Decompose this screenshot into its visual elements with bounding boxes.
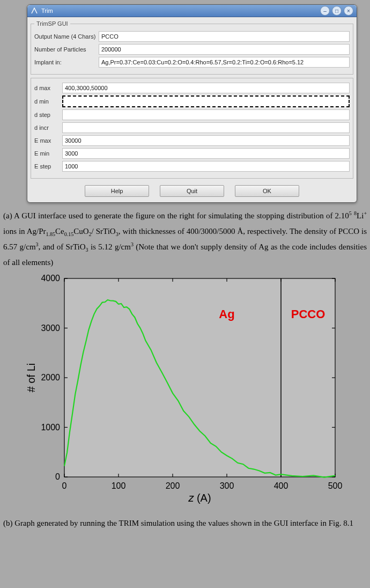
label-e-min: E min <box>34 150 62 157</box>
svg-text:3000: 3000 <box>41 324 60 333</box>
label-num-particles: Number of Particles <box>34 46 99 53</box>
e-min-input[interactable] <box>62 148 350 159</box>
svg-text:z (A): z (A) <box>188 492 211 504</box>
fieldset-params: d max d min d step d incr E max E min E … <box>31 78 353 179</box>
svg-text:200: 200 <box>166 481 180 490</box>
caption-a: (a) A GUI interface used to generate the… <box>0 205 370 273</box>
titlebar[interactable]: Trim – □ × <box>27 5 357 17</box>
chart: 010020030040050001000200030004000z (A)# … <box>24 273 346 509</box>
minimize-button[interactable]: – <box>320 6 330 16</box>
caption-b-text: (b) Graph generated by running the TRIM … <box>3 519 353 527</box>
svg-text:0: 0 <box>62 481 67 490</box>
d-min-input[interactable] <box>62 95 350 107</box>
help-button[interactable]: Help <box>85 185 149 197</box>
window-title: Trim <box>41 8 318 14</box>
e-max-input[interactable] <box>62 135 350 146</box>
svg-text:400: 400 <box>274 481 288 490</box>
svg-text:1000: 1000 <box>41 423 60 432</box>
app-icon <box>31 7 38 14</box>
button-bar: Help Quit OK <box>27 182 357 202</box>
d-incr-input[interactable] <box>62 122 350 133</box>
svg-text:# of Li: # of Li <box>25 363 37 392</box>
fieldset-trimsp: TrimSP GUI Output Name (4 Chars) Number … <box>31 20 353 75</box>
caption-b: (b) Graph generated by running the TRIM … <box>0 512 370 534</box>
label-e-step: E step <box>34 163 62 170</box>
svg-text:500: 500 <box>328 481 343 490</box>
label-output-name: Output Name (4 Chars) <box>34 33 99 40</box>
ok-button[interactable]: OK <box>235 185 299 197</box>
maximize-button[interactable]: □ <box>332 6 342 16</box>
svg-text:100: 100 <box>112 481 126 490</box>
svg-text:Ag: Ag <box>219 307 234 321</box>
label-d-min: d min <box>34 98 62 105</box>
output-name-input[interactable] <box>99 31 350 42</box>
d-max-input[interactable] <box>62 83 350 93</box>
svg-text:300: 300 <box>220 481 234 490</box>
close-button[interactable]: × <box>344 6 353 16</box>
label-d-incr: d incr <box>34 124 62 131</box>
svg-text:2000: 2000 <box>41 373 60 382</box>
num-particles-input[interactable] <box>99 44 350 55</box>
label-e-max: E max <box>34 137 62 144</box>
label-d-step: d step <box>34 112 62 118</box>
svg-text:PCCO: PCCO <box>291 307 325 321</box>
svg-text:4000: 4000 <box>41 274 60 283</box>
fieldset-legend: TrimSP GUI <box>34 20 70 27</box>
label-implant-in: Implant in: <box>34 59 99 65</box>
implant-in-input[interactable] <box>99 57 350 68</box>
svg-text:0: 0 <box>55 472 60 481</box>
e-step-input[interactable] <box>62 161 350 172</box>
quit-button[interactable]: Quit <box>160 185 224 197</box>
caption-a-text: (a) A GUI interface used to generate the… <box>3 211 349 220</box>
label-d-max: d max <box>34 85 62 91</box>
d-step-input[interactable] <box>62 109 350 120</box>
trim-window: Trim – □ × TrimSP GUI Output Name (4 Cha… <box>27 4 357 203</box>
